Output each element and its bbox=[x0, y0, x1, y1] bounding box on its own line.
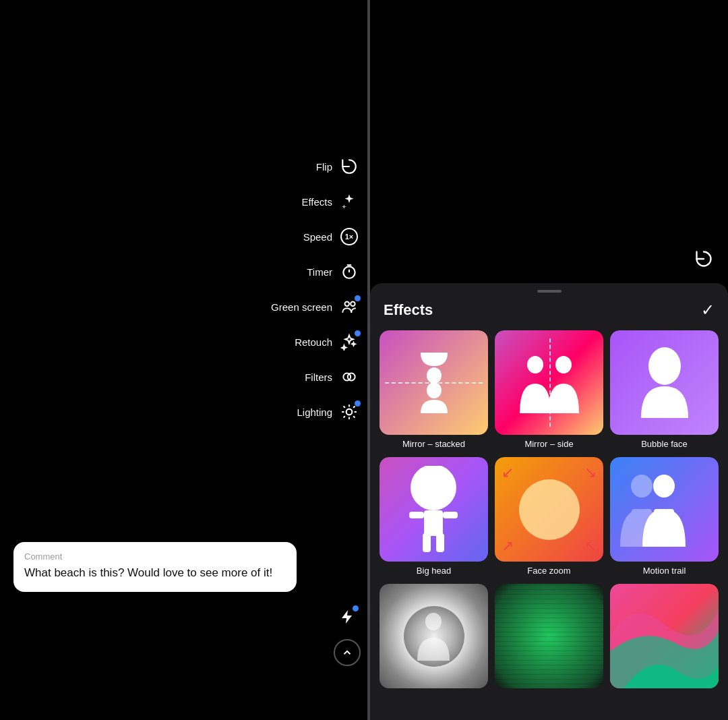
effect-row3-3[interactable] bbox=[610, 584, 719, 694]
big-head-thumb bbox=[380, 457, 488, 562]
toolbar-item-filters[interactable]: Filters bbox=[305, 365, 361, 388]
reset-button[interactable] bbox=[690, 245, 717, 272]
effects-label: Effects bbox=[301, 196, 332, 208]
filters-label: Filters bbox=[305, 371, 332, 383]
effect-row3-2[interactable] bbox=[495, 584, 603, 694]
effect-bubble-face[interactable]: Bubble face bbox=[610, 330, 719, 450]
svg-line-15 bbox=[353, 407, 355, 408]
mirror-stacked-name: Mirror – stacked bbox=[380, 435, 488, 450]
svg-point-20 bbox=[555, 356, 572, 373]
face-zoom-thumb: ↙ ↘ ↗ ↖ bbox=[495, 457, 603, 562]
camera-preview bbox=[370, 0, 728, 283]
effect-mirror-stacked[interactable]: Mirror – stacked bbox=[380, 330, 488, 450]
confirm-button[interactable]: ✓ bbox=[701, 301, 715, 320]
effects-sheet: Effects ✓ bbox=[370, 283, 728, 720]
row3-2-thumb bbox=[495, 584, 603, 688]
mirror-side-thumb bbox=[495, 330, 603, 435]
effects-icon bbox=[338, 190, 361, 213]
retouch-label: Retouch bbox=[295, 336, 332, 348]
green-screen-icon bbox=[338, 295, 361, 318]
svg-rect-27 bbox=[443, 512, 458, 518]
row3-1-thumb bbox=[380, 584, 488, 688]
comment-text: What beach is this? Would love to see mo… bbox=[24, 566, 286, 581]
toolbar-item-flip[interactable]: Flip bbox=[316, 155, 361, 178]
toolbar-item-speed[interactable]: Speed 1× bbox=[303, 225, 361, 248]
svg-point-22 bbox=[411, 466, 456, 510]
bubble-face-name: Bubble face bbox=[610, 435, 719, 450]
comment-label: Comment bbox=[24, 551, 286, 562]
timer-label: Timer bbox=[307, 266, 332, 278]
svg-point-31 bbox=[653, 475, 675, 498]
row3-3-thumb bbox=[610, 584, 719, 688]
svg-point-4 bbox=[351, 301, 355, 306]
mirror-side-name: Mirror – side bbox=[495, 435, 603, 450]
speed-badge: 1× bbox=[340, 228, 358, 245]
svg-rect-26 bbox=[409, 512, 424, 518]
svg-point-6 bbox=[348, 373, 355, 381]
retouch-icon bbox=[338, 330, 361, 353]
mirror-stacked-thumb bbox=[380, 330, 488, 435]
svg-point-17 bbox=[427, 367, 442, 384]
svg-line-13 bbox=[353, 416, 355, 417]
right-panel: Effects ✓ bbox=[370, 0, 728, 720]
toolbar-item-timer[interactable]: Timer bbox=[307, 260, 361, 283]
effect-big-head[interactable]: Big head bbox=[380, 457, 488, 577]
row3-3-name bbox=[610, 688, 719, 694]
toolbar-item-green-screen[interactable]: Green screen bbox=[271, 295, 361, 318]
svg-rect-23 bbox=[424, 510, 443, 536]
svg-rect-32 bbox=[654, 509, 663, 533]
svg-rect-33 bbox=[665, 509, 674, 533]
comment-box: Comment What beach is this? Would love t… bbox=[13, 542, 297, 592]
effect-face-zoom[interactable]: ↙ ↘ ↗ ↖ Face zoom bbox=[495, 457, 603, 577]
svg-point-18 bbox=[427, 382, 442, 398]
timer-icon bbox=[338, 260, 361, 283]
filters-icon bbox=[338, 365, 361, 388]
sheet-header: Effects ✓ bbox=[370, 293, 728, 325]
row3-2-name bbox=[495, 688, 603, 694]
flip-icon bbox=[338, 155, 361, 178]
flash-icon[interactable] bbox=[336, 605, 359, 628]
svg-point-19 bbox=[527, 356, 543, 373]
svg-line-14 bbox=[344, 416, 345, 417]
effect-row3-1[interactable] bbox=[380, 584, 488, 694]
motion-trail-thumb bbox=[610, 457, 719, 562]
lighting-label: Lighting bbox=[297, 407, 332, 418]
svg-rect-24 bbox=[423, 533, 431, 552]
effect-mirror-side[interactable]: Mirror – side bbox=[495, 330, 603, 450]
chevron-up-button[interactable] bbox=[334, 639, 361, 666]
flip-label: Flip bbox=[316, 161, 332, 173]
green-screen-label: Green screen bbox=[271, 301, 332, 313]
effects-grid: Mirror – stacked bbox=[370, 325, 728, 699]
toolbar-item-effects[interactable]: Effects bbox=[301, 190, 361, 213]
sheet-title: Effects bbox=[384, 301, 433, 319]
svg-point-34 bbox=[425, 613, 442, 630]
svg-rect-25 bbox=[436, 533, 444, 552]
toolbar-item-retouch[interactable]: Retouch bbox=[295, 330, 361, 353]
bubble-face-thumb bbox=[610, 330, 719, 435]
svg-point-21 bbox=[648, 347, 681, 385]
big-head-name: Big head bbox=[380, 562, 488, 577]
svg-point-7 bbox=[346, 409, 353, 415]
toolbar-item-lighting[interactable]: Lighting bbox=[297, 400, 361, 423]
svg-point-3 bbox=[345, 301, 350, 306]
svg-line-12 bbox=[344, 407, 345, 408]
face-zoom-name: Face zoom bbox=[495, 562, 603, 577]
row3-1-name bbox=[380, 688, 488, 694]
motion-trail-name: Motion trail bbox=[610, 562, 719, 577]
lighting-icon bbox=[338, 400, 361, 423]
arrows-overlay: ↙ ↘ ↗ ↖ bbox=[495, 457, 603, 562]
bottom-icons bbox=[334, 605, 361, 666]
left-panel: Flip Effects Speed 1× Timer bbox=[0, 0, 367, 720]
speed-icon: 1× bbox=[338, 225, 361, 248]
speed-label: Speed bbox=[303, 231, 332, 243]
effect-motion-trail[interactable]: Motion trail bbox=[610, 457, 719, 577]
